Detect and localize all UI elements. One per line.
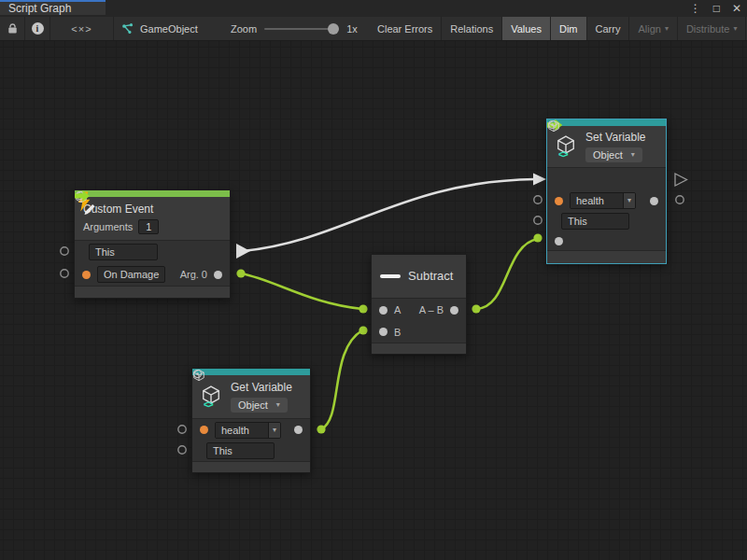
variable-icon: <>	[201, 385, 223, 409]
variable-scope-dropdown[interactable]: Object ▾	[231, 398, 288, 413]
event-name-field[interactable]: On Damage	[97, 266, 165, 283]
subtract-icon	[380, 274, 401, 278]
lock-button[interactable]	[0, 17, 25, 40]
node-custom-event[interactable]: Custom Event Arguments 1 This	[74, 189, 231, 299]
chevron-down-icon: ▾	[631, 151, 635, 159]
info-button[interactable]: i	[25, 17, 50, 40]
node-get-variable[interactable]: <> Get Variable Object ▾ health ▾	[191, 368, 311, 473]
output-port[interactable]	[450, 306, 458, 315]
chevron-down-icon: ▾	[627, 197, 631, 204]
variable-icon: <>	[556, 134, 578, 159]
node-set-variable[interactable]: <> Set Variable Object ▾	[546, 119, 667, 264]
arguments-label: Arguments	[83, 221, 133, 232]
input-a-label: A	[394, 304, 401, 315]
node-footer	[547, 250, 666, 263]
gameobject-icon	[121, 22, 134, 35]
variable-scope-dropdown[interactable]: Object ▾	[585, 147, 642, 162]
zoom-value: 1x	[346, 23, 358, 35]
variable-mark-icon: <>	[558, 149, 568, 160]
zoom-slider[interactable]	[264, 28, 333, 30]
target-field[interactable]: This	[89, 244, 158, 260]
values-toggle[interactable]: Values	[502, 17, 551, 40]
node-title: Set Variable	[585, 131, 645, 145]
node-title: Get Variable	[231, 381, 292, 395]
input-b-label: B	[394, 327, 401, 338]
tab-title: Script Graph	[8, 2, 71, 15]
variable-name-port[interactable]	[555, 197, 563, 205]
output-label: A – B	[419, 304, 444, 315]
variable-header-strip	[547, 119, 666, 126]
event-name-port[interactable]	[82, 271, 91, 279]
title-bar: Script Graph ⋮ □ ✕	[0, 0, 747, 17]
variable-name-dropdown[interactable]: health ▾	[215, 422, 281, 439]
input-b-port[interactable]	[379, 328, 388, 336]
target-picker-icon[interactable]	[192, 369, 203, 379]
window-menu-icon[interactable]: ⋮	[690, 3, 701, 14]
graph-toolbar: i <×> GameObject Zoom 1x Clear Errors	[0, 17, 747, 41]
node-footer	[75, 286, 230, 298]
info-icon: i	[32, 22, 44, 35]
chevron-down-icon: ▾	[733, 25, 737, 33]
node-title: Subtract	[408, 269, 453, 284]
lock-icon	[7, 22, 18, 35]
variable-name-dropdown[interactable]: health ▾	[570, 192, 636, 209]
node-footer	[192, 461, 310, 472]
input-a-port[interactable]	[379, 306, 388, 315]
graph-target-chip[interactable]: GameObject	[121, 17, 198, 40]
variable-name-port[interactable]	[200, 426, 208, 434]
target-picker-icon[interactable]	[547, 119, 557, 130]
chevron-down-icon: ▾	[665, 25, 669, 33]
edit-script-button[interactable]: <×>	[50, 17, 114, 40]
script-graph-window: Script Graph ⋮ □ ✕ i <×>	[0, 0, 747, 560]
target-field[interactable]: This	[561, 213, 629, 230]
node-subtract[interactable]: Subtract A A – B B	[371, 254, 467, 355]
relations-button[interactable]: Relations	[442, 17, 502, 40]
value-output-port[interactable]	[650, 197, 658, 205]
dim-toggle[interactable]: Dim	[551, 17, 587, 40]
zoom-label: Zoom	[231, 23, 257, 35]
variable-header-strip	[192, 369, 310, 375]
arg0-label: Arg. 0	[180, 269, 207, 280]
chevron-down-icon: ▾	[276, 401, 280, 409]
tab-script-graph[interactable]: Script Graph	[0, 0, 106, 15]
chevron-down-icon: ▾	[273, 427, 276, 434]
arg0-output-port[interactable]	[214, 271, 222, 279]
zoom-slider-knob[interactable]	[328, 23, 339, 35]
clear-errors-button[interactable]: Clear Errors	[369, 17, 442, 40]
code-icon: <×>	[71, 23, 92, 35]
distribute-dropdown[interactable]: Distribute ▾	[678, 17, 746, 40]
graph-target-label: GameObject	[140, 23, 198, 35]
align-dropdown[interactable]: Align ▾	[629, 17, 677, 40]
variable-mark-icon: <>	[204, 399, 213, 410]
target-field[interactable]: This	[206, 442, 275, 459]
close-icon[interactable]: ✕	[732, 3, 741, 14]
arguments-count-field[interactable]: 1	[138, 219, 159, 234]
node-footer	[372, 343, 466, 354]
value-input-port[interactable]	[555, 237, 563, 245]
zoom-control: Zoom 1x	[231, 17, 358, 40]
carry-button[interactable]: Carry	[587, 17, 630, 40]
value-output-port[interactable]	[294, 426, 303, 434]
maximize-icon[interactable]: □	[713, 3, 720, 14]
